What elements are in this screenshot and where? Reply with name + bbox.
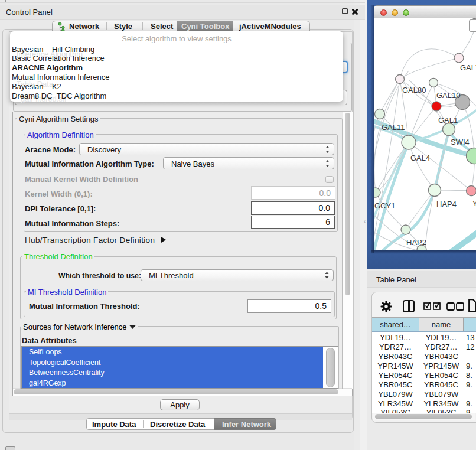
svg-text:HAP2: HAP2 bbox=[406, 238, 426, 247]
svg-text:SWI4: SWI4 bbox=[451, 138, 470, 146]
svg-text:GCY1: GCY1 bbox=[374, 201, 395, 210]
svg-text:YJ: YJ bbox=[472, 199, 476, 208]
svg-text:GAL11: GAL11 bbox=[382, 123, 405, 132]
svg-text:GAL1: GAL1 bbox=[438, 116, 458, 125]
svg-text:HAP4: HAP4 bbox=[436, 200, 457, 208]
svg-text:GAL7: GAL7 bbox=[460, 63, 476, 72]
svg-text:GAL80: GAL80 bbox=[402, 86, 426, 94]
svg-text:GAL4: GAL4 bbox=[410, 154, 430, 162]
svg-text:GAL10: GAL10 bbox=[436, 91, 460, 100]
